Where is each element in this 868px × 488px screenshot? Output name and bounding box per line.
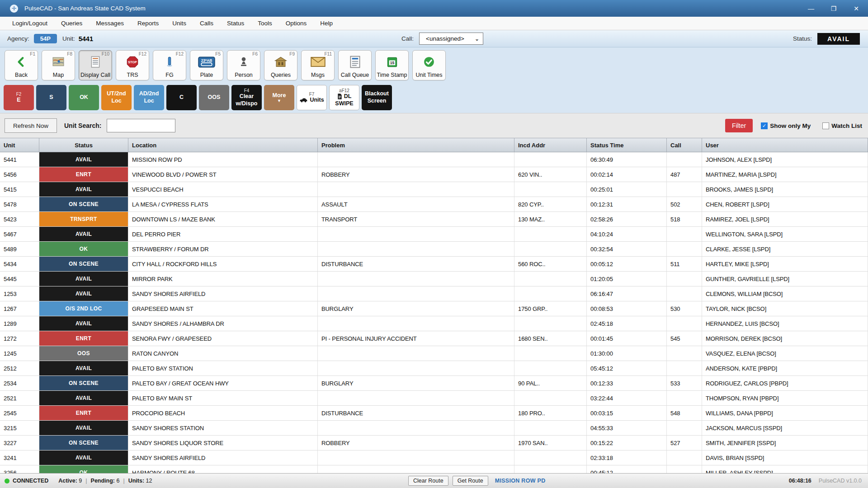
- cell-status: AVAIL: [39, 272, 128, 286]
- fkey-label: F6: [252, 52, 258, 56]
- toolbar-button-label: Queries: [271, 72, 291, 80]
- agency-label: Agency:: [7, 35, 29, 42]
- unit-row-2521[interactable]: 2521AVAILPALETO BAY MAIN ST03:22:44THOMP…: [0, 391, 868, 406]
- watch-list-label: Watch List: [831, 122, 862, 129]
- unit-row-1289[interactable]: 1289AVAILSANDY SHORES / ALHAMBRA DR02:45…: [0, 316, 868, 331]
- e-button[interactable]: F2E: [4, 85, 34, 110]
- unit-row-1272[interactable]: 1272ENRTSENORA FWY / GRAPESEEDPI - PERSO…: [0, 331, 868, 346]
- unit-row-5489[interactable]: 5489OKSTRAWBERRY / FORUM DR00:32:54CLARK…: [0, 242, 868, 257]
- menu-help[interactable]: Help: [313, 17, 340, 30]
- cell-location: DEL PERRO PIER: [128, 227, 318, 241]
- toolbar-button-msgs[interactable]: F11Msgs: [301, 50, 335, 80]
- toolbar-button-plate[interactable]: F523*ABPlate: [190, 50, 223, 80]
- unit-row-5441[interactable]: 5441AVAILMISSION ROW PD06:30:49JOHNSON, …: [0, 152, 868, 167]
- cell-incd-addr: [514, 152, 587, 167]
- menu-login-logout[interactable]: Login/Logout: [5, 17, 54, 30]
- toolbar-button-display-call[interactable]: F10Display Call: [79, 50, 112, 80]
- unit-row-3256[interactable]: 3256OKHARMONY / ROUTE 6800:45:12MILLER, …: [0, 465, 868, 473]
- unit-row-2534[interactable]: 2534ON SCENEPALETO BAY / GREAT OCEAN HWY…: [0, 376, 868, 391]
- unit-row-3241[interactable]: 3241AVAILSANDY SHORES AIRFIELD02:33:18DA…: [0, 450, 868, 465]
- units-button[interactable]: F7Units: [297, 85, 327, 110]
- unit-row-1267[interactable]: 1267O/S 2ND LOCGRAPESEED MAIN STBURGLARY…: [0, 301, 868, 316]
- unit-row-1245[interactable]: 1245OOSRATON CANYON01:30:00VASQUEZ, ELEN…: [0, 346, 868, 361]
- blackout-button[interactable]: BlackoutScreen: [362, 85, 392, 110]
- menu-messages[interactable]: Messages: [89, 17, 131, 30]
- column-header-problem[interactable]: Problem: [318, 138, 514, 152]
- clear-route-button[interactable]: Clear Route: [408, 476, 448, 486]
- unit-row-5423[interactable]: 5423TRNSPRTDOWNTOWN LS / MAZE BANKTRANSP…: [0, 212, 868, 227]
- cell-user: CLEMONS, WILLIAM [BCSO]: [702, 286, 868, 301]
- unit-row-3215[interactable]: 3215AVAILSANDY SHORES STATION04:55:33JAC…: [0, 421, 868, 436]
- cell-location: VESPUCCI BEACH: [128, 182, 318, 197]
- menu-queries[interactable]: Queries: [54, 17, 89, 30]
- column-header-call[interactable]: Call: [667, 138, 702, 152]
- oos-button[interactable]: OOS: [199, 85, 229, 110]
- ok-button[interactable]: OK: [69, 85, 99, 110]
- toolbar-button-fg[interactable]: F12FG: [153, 50, 186, 80]
- toolbar-button-map[interactable]: F8Map: [42, 50, 75, 80]
- filter-button[interactable]: Filter: [725, 119, 753, 132]
- cell-location: SENORA FWY / GRAPESEED: [128, 331, 318, 346]
- cell-incd-addr: [514, 227, 587, 241]
- unit-row-1253[interactable]: 1253AVAILSANDY SHORES AIRFIELD06:16:47CL…: [0, 286, 868, 301]
- unit-row-5434[interactable]: 5434ON SCENECITY HALL / ROCKFORD HILLSDI…: [0, 257, 868, 272]
- cell-status-time: 04:55:33: [587, 421, 667, 435]
- unit-row-5467[interactable]: 5467AVAILDEL PERRO PIER04:10:24WELLINGTO…: [0, 227, 868, 242]
- unit-row-5478[interactable]: 5478ON SCENELA MESA / CYPRESS FLATSASSAU…: [0, 197, 868, 212]
- show-only-my-checkbox[interactable]: ✓: [761, 122, 768, 129]
- get-route-button[interactable]: Get Route: [453, 476, 488, 486]
- toolbar-button-time-stamp[interactable]: 15Time Stamp: [375, 50, 409, 80]
- menu-options[interactable]: Options: [279, 17, 314, 30]
- watch-list-checkbox[interactable]: [822, 122, 829, 129]
- c-button[interactable]: C: [166, 85, 197, 110]
- toolbar-button-person[interactable]: F6Person: [227, 50, 260, 80]
- toolbar-button-label: Time Stamp: [377, 72, 407, 80]
- column-header-status[interactable]: Status: [39, 138, 128, 152]
- unit-row-2545[interactable]: 2545ENRTPROCOPIO BEACHDISTURBANCE180 PRO…: [0, 406, 868, 421]
- s-button[interactable]: S: [36, 85, 66, 110]
- column-header-user[interactable]: User: [702, 138, 868, 152]
- back-icon: [15, 55, 27, 69]
- queries-icon: [274, 55, 288, 69]
- close-icon[interactable]: ✕: [852, 5, 861, 12]
- cell-user: SMITH, JENNIFER [SSPD]: [702, 436, 868, 450]
- cell-status: OOS: [39, 346, 128, 361]
- more-button[interactable]: More▼: [264, 85, 294, 110]
- column-header-location[interactable]: Location: [128, 138, 318, 152]
- ut-2nd-loc-button[interactable]: UT/2ndLoc: [101, 85, 132, 110]
- cell-call: 502: [667, 197, 702, 211]
- menu-status[interactable]: Status: [220, 17, 251, 30]
- refresh-now-button[interactable]: Refresh Now: [5, 118, 57, 133]
- toolbar-button-queries[interactable]: F9Queries: [264, 50, 297, 80]
- toolbar-button-back[interactable]: F1Back: [5, 50, 38, 80]
- menu-reports[interactable]: Reports: [131, 17, 165, 30]
- column-header-unit[interactable]: Unit: [0, 138, 39, 152]
- cell-location: PALETO BAY MAIN ST: [128, 391, 318, 405]
- unit-row-5415[interactable]: 5415AVAILVESPUCCI BEACH00:25:01BROOKS, J…: [0, 182, 868, 197]
- dl-swipe-button[interactable]: aF12DLSWIPE: [329, 85, 359, 110]
- call-select[interactable]: <unassigned> ⌄: [419, 33, 483, 45]
- unit-row-3227[interactable]: 3227ON SCENESANDY SHORES LIQUOR STOREROB…: [0, 436, 868, 450]
- cell-location: HARMONY / ROUTE 68: [128, 465, 318, 473]
- unit-search-input[interactable]: [107, 119, 175, 132]
- unit-row-2512[interactable]: 2512AVAILPALETO BAY STATION05:45:12ANDER…: [0, 361, 868, 376]
- unit-row-5456[interactable]: 5456ENRTVINEWOOD BLVD / POWER STROBBERY6…: [0, 167, 868, 182]
- toolbar-button-call-queue[interactable]: Call Queue: [338, 50, 372, 80]
- menu-units[interactable]: Units: [165, 17, 193, 30]
- unit-row-5445[interactable]: 5445AVAILMIRROR PARK01:20:05GUNTHER, GAV…: [0, 272, 868, 286]
- cell-incd-addr: [514, 272, 587, 286]
- toolbar-button-trs[interactable]: F12STOPTRS: [116, 50, 149, 80]
- cell-user: MILLER, ASHLEY [SSPD]: [702, 465, 868, 473]
- menu-calls[interactable]: Calls: [193, 17, 220, 30]
- ad-2nd-loc-button[interactable]: AD/2ndLoc: [134, 85, 164, 110]
- maximize-icon[interactable]: ❐: [829, 5, 838, 12]
- menu-tools[interactable]: Tools: [251, 17, 279, 30]
- column-header-incd-addr[interactable]: Incd Addr: [514, 138, 587, 152]
- toolbar-button-label: Map: [53, 72, 64, 80]
- clear-dispo-button[interactable]: F4Clearw/Dispo: [231, 85, 262, 110]
- toolbar-button-unit-times[interactable]: Unit Times: [412, 50, 446, 80]
- column-header-status-time[interactable]: Status Time: [587, 138, 667, 152]
- minimize-icon[interactable]: —: [807, 5, 816, 12]
- cell-location: SANDY SHORES AIRFIELD: [128, 450, 318, 465]
- cell-call: 511: [667, 257, 702, 271]
